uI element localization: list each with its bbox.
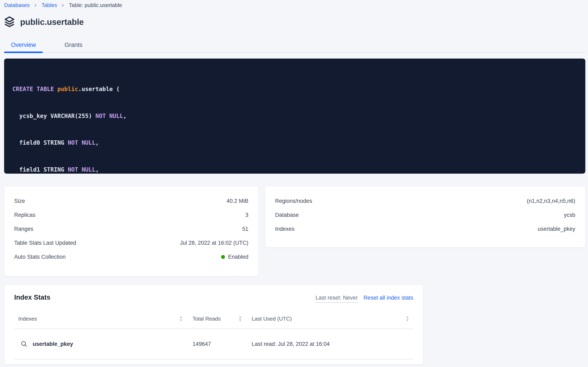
stat-label: Replicas bbox=[14, 212, 35, 218]
sql-line: field1 STRING NOT NULL, bbox=[12, 165, 585, 174]
index-stats-card: Index Stats Last reset: Never Reset all … bbox=[4, 285, 423, 365]
stat-row-ranges: Ranges 51 bbox=[14, 222, 248, 236]
index-stats-row[interactable]: usertable_pkey 149647 Last read: Jul 28,… bbox=[14, 329, 413, 359]
stat-label: Ranges bbox=[14, 226, 33, 232]
stat-value: Enabled bbox=[221, 254, 248, 260]
stat-label: Indexes bbox=[275, 226, 295, 232]
stat-label: Database bbox=[275, 212, 299, 218]
index-table-header: Indexes Total Reads Last Used (UTC) bbox=[14, 313, 413, 324]
breadcrumb-current: Table: public.usertable bbox=[69, 2, 122, 8]
stat-value: Jul 28, 2022 at 16:02 (UTC) bbox=[180, 240, 248, 246]
sql-line: CREATE TABLE public.usertable ( bbox=[12, 85, 585, 94]
last-reset-label: Last reset: Never bbox=[315, 295, 358, 303]
index-total-reads: 149647 bbox=[192, 341, 211, 347]
stat-row-indexes: Indexes usertable_pkey bbox=[275, 222, 575, 236]
chevron-right-icon bbox=[34, 3, 37, 7]
stat-row-regions: Regions/nodes (n1,n2,n3,n4,n5,n6) bbox=[275, 194, 575, 208]
breadcrumb-link-databases[interactable]: Databases bbox=[4, 2, 30, 8]
chevron-right-icon bbox=[61, 3, 65, 7]
reset-index-stats-link[interactable]: Reset all index stats bbox=[364, 295, 413, 301]
stat-value: usertable_pkey bbox=[538, 226, 575, 232]
column-header-total-reads: Total Reads bbox=[192, 316, 221, 322]
tab-overview-label: Overview bbox=[11, 42, 36, 48]
stat-label: Size bbox=[14, 198, 25, 204]
stat-row-database: Database ycsb bbox=[275, 208, 575, 222]
stat-value: 40.2 MiB bbox=[226, 198, 248, 204]
stat-row-auto-stats: Auto Stats Collection Enabled bbox=[14, 250, 248, 264]
sql-line: field0 STRING NOT NULL, bbox=[12, 138, 585, 147]
stat-value: 3 bbox=[245, 212, 248, 218]
active-tab-underline bbox=[4, 51, 43, 53]
table-layers-icon bbox=[4, 16, 15, 28]
index-stats-header: Index Stats Last reset: Never Reset all … bbox=[14, 293, 413, 303]
tab-grants-label: Grants bbox=[65, 42, 82, 48]
stat-row-size: Size 40.2 MiB bbox=[14, 194, 248, 208]
tab-overview[interactable]: Overview bbox=[4, 37, 43, 52]
stat-row-stats-updated: Table Stats Last Updated Jul 28, 2022 at… bbox=[14, 236, 248, 250]
stat-row-replicas: Replicas 3 bbox=[14, 208, 248, 222]
sort-icon[interactable] bbox=[406, 316, 409, 322]
stat-label: Regions/nodes bbox=[275, 198, 312, 204]
index-stats-title: Index Stats bbox=[14, 293, 50, 301]
column-header-indexes: Indexes bbox=[18, 316, 37, 322]
sort-icon[interactable] bbox=[239, 316, 242, 322]
table-locality-card: Regions/nodes (n1,n2,n3,n4,n5,n6) Databa… bbox=[265, 186, 585, 248]
breadcrumb: Databases Tables Table: public.usertable bbox=[4, 2, 122, 8]
page-title: public.usertable bbox=[20, 17, 84, 27]
breadcrumb-link-tables[interactable]: Tables bbox=[41, 2, 57, 8]
index-last-used: Last read: Jul 28, 2022 at 16:04 bbox=[252, 341, 330, 347]
tab-grants[interactable]: Grants bbox=[58, 37, 89, 52]
sql-line: ycsb_key VARCHAR(255) NOT NULL, bbox=[12, 112, 585, 121]
status-enabled-dot bbox=[221, 255, 225, 259]
tab-bar: Overview Grants bbox=[4, 37, 585, 53]
sort-icon[interactable] bbox=[179, 316, 183, 322]
stat-label: Table Stats Last Updated bbox=[14, 240, 76, 246]
stat-value: ycsb bbox=[564, 212, 575, 218]
create-table-sql-block: CREATE TABLE public.usertable ( ycsb_key… bbox=[4, 58, 585, 174]
stat-value: 51 bbox=[242, 226, 248, 232]
page-header: public.usertable bbox=[4, 16, 84, 28]
index-name: usertable_pkey bbox=[33, 341, 73, 347]
table-details-card: Size 40.2 MiB Replicas 3 Ranges 51 Table… bbox=[4, 186, 258, 276]
stat-value: (n1,n2,n3,n4,n5,n6) bbox=[527, 198, 575, 204]
stat-label: Auto Stats Collection bbox=[14, 254, 66, 260]
table-divider bbox=[14, 359, 413, 359]
column-header-last-used: Last Used (UTC) bbox=[252, 316, 292, 322]
search-icon bbox=[21, 341, 27, 347]
